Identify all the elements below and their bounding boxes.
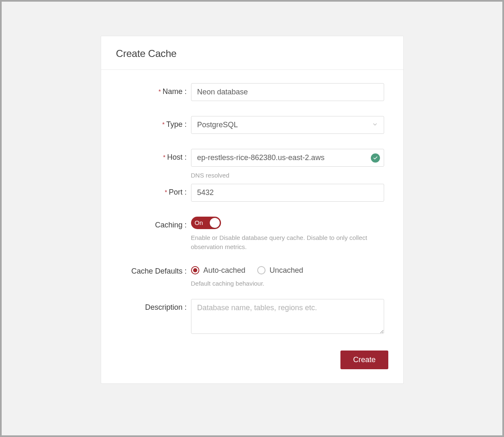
host-input[interactable] (191, 149, 384, 167)
radio-uncached-label: Uncached (270, 266, 303, 275)
card-body: *Name : *Type : PostgreSQL (101, 70, 403, 383)
radio-unselected-icon (257, 266, 266, 274)
card-title: Create Cache (116, 48, 388, 59)
port-label: *Port : (165, 188, 187, 196)
radio-auto-cached-label: Auto-cached (204, 266, 246, 275)
port-input[interactable] (191, 184, 384, 202)
required-asterisk-icon: * (163, 153, 166, 160)
type-label: *Type : (162, 120, 187, 128)
form-row-cache-defaults: Cache Defaults : Auto-cached Uncached De… (116, 264, 388, 289)
check-circle-icon (371, 153, 380, 163)
radio-uncached[interactable]: Uncached (257, 266, 303, 275)
description-label: Description : (145, 303, 186, 311)
host-label: *Host : (163, 153, 187, 161)
create-cache-card: Create Cache *Name : *Type : Postg (101, 36, 404, 384)
required-asterisk-icon: * (162, 121, 165, 128)
required-asterisk-icon: * (159, 88, 161, 95)
type-select[interactable]: PostgreSQL (191, 116, 384, 134)
form-row-type: *Type : PostgreSQL (116, 116, 388, 134)
description-textarea[interactable] (191, 299, 384, 334)
required-asterisk-icon: * (165, 188, 167, 195)
form-row-description: Description : (116, 299, 388, 336)
form-row-name: *Name : (116, 83, 388, 101)
form-row-port: *Port : (116, 184, 388, 202)
cache-defaults-label: Cache Defaults : (131, 267, 186, 275)
radio-selected-icon (191, 266, 199, 274)
caching-label: Caching : (155, 221, 186, 229)
form-row-caching: Caching : On Enable or Disable database … (116, 217, 388, 252)
create-button[interactable]: Create (340, 351, 388, 369)
name-input[interactable] (191, 83, 384, 101)
form-row-host: *Host : DNS resolved (116, 149, 388, 180)
toggle-on-label: On (195, 219, 203, 226)
radio-auto-cached[interactable]: Auto-cached (191, 266, 246, 275)
cache-defaults-help-text: Default caching behaviour. (191, 279, 384, 289)
caching-toggle[interactable]: On (191, 217, 221, 229)
card-header: Create Cache (101, 36, 403, 70)
host-help-text: DNS resolved (191, 171, 384, 180)
caching-help-text: Enable or Disable database query cache. … (191, 233, 384, 252)
button-row: Create (116, 351, 388, 369)
toggle-knob-icon (210, 218, 220, 228)
name-label: *Name : (159, 87, 187, 96)
